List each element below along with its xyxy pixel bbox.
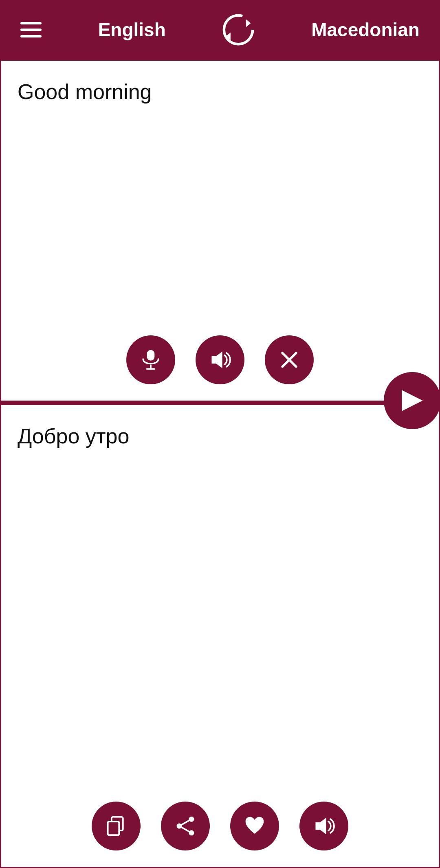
source-panel: Good morning: [0, 59, 440, 402]
target-controls: [1, 785, 439, 867]
favorite-button[interactable]: [230, 802, 279, 850]
microphone-button[interactable]: [126, 335, 175, 384]
svg-rect-11: [108, 822, 119, 835]
panel-divider: [0, 402, 440, 405]
menu-button[interactable]: [20, 22, 42, 37]
app-header: English Macedonian: [0, 0, 440, 59]
speak-source-button[interactable]: [196, 335, 244, 384]
source-controls: [1, 319, 439, 401]
svg-line-17: [179, 826, 191, 833]
svg-point-0: [224, 15, 253, 44]
svg-marker-1: [246, 19, 251, 27]
copy-button[interactable]: [92, 802, 141, 850]
svg-marker-6: [211, 351, 222, 368]
target-panel: Добро утро: [0, 405, 440, 868]
clear-button[interactable]: [265, 335, 314, 384]
source-language-selector[interactable]: English: [98, 19, 166, 41]
source-text-display[interactable]: Good morning: [1, 61, 439, 319]
main-content: Good morning: [0, 59, 440, 868]
speak-target-button[interactable]: [299, 802, 348, 850]
svg-rect-3: [147, 350, 155, 361]
svg-marker-18: [315, 817, 326, 834]
share-button[interactable]: [161, 802, 210, 850]
svg-marker-9: [402, 390, 422, 411]
target-language-selector[interactable]: Macedonian: [311, 19, 420, 41]
swap-languages-button[interactable]: [222, 13, 255, 46]
translate-button[interactable]: [384, 372, 440, 429]
svg-line-16: [179, 819, 191, 826]
target-text-display: Добро утро: [1, 405, 439, 785]
